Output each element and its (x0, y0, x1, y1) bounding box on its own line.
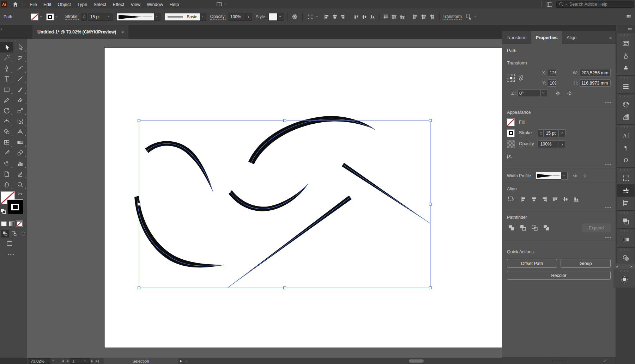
transform-more-options-icon[interactable] (605, 102, 611, 103)
tool-line-segment[interactable] (13, 74, 27, 84)
swap-fill-stroke-icon[interactable] (17, 191, 23, 197)
align-dist-hcenter-icon[interactable] (420, 13, 428, 21)
unlink-dimensions-icon[interactable] (518, 74, 525, 81)
align-v-bottom-icon[interactable] (369, 13, 377, 21)
draw-behind-icon[interactable] (10, 230, 18, 237)
align-dist-bottom-icon[interactable] (398, 13, 406, 21)
stroke-weight-label[interactable]: Stroke: (65, 14, 79, 20)
fill-swatch[interactable] (507, 118, 515, 126)
width-profile-preview[interactable] (536, 172, 561, 180)
align-v-middle-icon[interactable] (361, 13, 369, 21)
none-button[interactable] (17, 221, 22, 226)
status-expand-icon[interactable] (179, 359, 183, 363)
width-profile-dropdown[interactable] (561, 172, 568, 180)
first-artboard-icon[interactable] (60, 359, 65, 363)
opacity-more-button[interactable]: › (246, 13, 252, 21)
dock-grip[interactable] (617, 211, 635, 215)
stroke-weight-stepper[interactable] (538, 129, 544, 137)
last-artboard-icon[interactable] (95, 359, 99, 363)
panel-icon-align-bars[interactable] (617, 197, 635, 209)
style-dropdown[interactable] (278, 13, 284, 21)
toolbar-grip[interactable] (0, 39, 27, 42)
tool-paintbrush[interactable] (13, 84, 27, 95)
panel-icon-pathfinder-shapes[interactable] (617, 215, 635, 227)
width-profile-dropdown[interactable] (154, 13, 161, 21)
menu-select[interactable]: Select (90, 0, 109, 8)
canvas[interactable] (27, 39, 502, 358)
opacity-swatch[interactable] (507, 140, 515, 148)
flip-along-icon[interactable] (572, 173, 578, 179)
h-input[interactable]: 116,8973 mm (580, 79, 611, 87)
menu-effect[interactable]: Effect (109, 0, 127, 8)
select-similar-icon[interactable] (465, 13, 473, 21)
illustrator-logo-icon[interactable]: Ai (1, 1, 7, 7)
dock-grip[interactable] (617, 248, 635, 252)
panel-icon-opentype[interactable]: O (617, 154, 635, 166)
zoom-level-input[interactable]: 73,02% (29, 358, 50, 364)
collapse-panels-icon[interactable]: «« (628, 26, 631, 31)
dock-grip[interactable] (617, 168, 635, 172)
panel-icon-swatches[interactable] (617, 37, 635, 49)
stroke-link[interactable]: Stroke (519, 130, 532, 136)
tool-artboard[interactable] (0, 169, 13, 179)
stroke-proxy-active[interactable] (7, 199, 23, 214)
search-input[interactable]: Search Adobe Help (556, 1, 634, 8)
align-v-middle-icon[interactable] (561, 195, 570, 203)
next-artboard-icon[interactable] (90, 359, 94, 363)
align-h-left-icon[interactable] (519, 195, 527, 203)
fill-swatch-button[interactable] (31, 13, 44, 20)
flip-horizontal-icon[interactable] (555, 90, 561, 97)
control-bar-options-icon[interactable] (626, 14, 631, 20)
align-dist-left-icon[interactable] (412, 13, 420, 21)
tool-eraser[interactable] (13, 95, 27, 105)
opacity-input[interactable]: 100% (538, 140, 558, 148)
align-dist-vcenter-icon[interactable] (390, 13, 398, 21)
menu-edit[interactable]: Edit (40, 0, 54, 8)
panel-expand-icon[interactable]: » (605, 35, 616, 40)
screen-mode-icon[interactable] (6, 240, 13, 247)
reference-point-locator[interactable] (507, 74, 515, 82)
pathfinder-intersect-icon[interactable] (530, 224, 539, 232)
tool-lasso[interactable] (13, 53, 27, 63)
tool-scale[interactable] (13, 105, 27, 116)
tool-blend[interactable] (13, 148, 27, 158)
align-more-options-icon[interactable] (605, 207, 611, 208)
dock-grip[interactable] (617, 33, 635, 37)
tool-slice[interactable] (13, 169, 27, 179)
menu-help[interactable]: Help (166, 0, 182, 8)
stroke-weight-dropdown[interactable] (106, 13, 113, 21)
close-icon[interactable]: × (121, 29, 124, 35)
tab-properties[interactable]: Properties (531, 31, 562, 44)
dock-grip[interactable] (617, 76, 635, 80)
align-v-top-icon[interactable] (352, 13, 361, 21)
opacity-more-button[interactable]: › (558, 140, 566, 148)
arrange-documents-button[interactable] (216, 1, 228, 7)
zoom-dropdown-icon[interactable] (50, 359, 56, 363)
opacity-label[interactable]: Opacity: (210, 14, 226, 20)
dock-grip[interactable] (617, 229, 635, 233)
tab-transform[interactable]: Transform (502, 31, 531, 44)
rotation-input[interactable]: 0° (518, 90, 541, 97)
w-input[interactable]: 203,5256 mm (580, 69, 611, 76)
group-button[interactable]: Group (561, 259, 611, 268)
tool-mesh[interactable] (0, 137, 13, 148)
align-v-bottom-icon[interactable] (572, 195, 580, 203)
panel-icon-gradient-rect[interactable] (617, 233, 635, 246)
toolbar-more-icon[interactable] (8, 254, 14, 255)
tool-pencil[interactable] (0, 95, 13, 105)
draw-inside-icon[interactable] (19, 230, 28, 237)
flip-vertical-icon[interactable] (567, 90, 573, 97)
offset-path-button[interactable]: Offset Path (507, 259, 557, 268)
style-swatch[interactable] (268, 13, 278, 21)
tool-magic-wand[interactable] (0, 53, 13, 63)
recolor-button[interactable]: Recolor (507, 271, 611, 280)
tool-rotate[interactable] (0, 105, 13, 116)
align-h-right-icon[interactable] (540, 195, 549, 203)
panel-icon-brushes[interactable] (617, 49, 635, 62)
y-input[interactable]: 109,2293 mm (548, 79, 556, 87)
gradient-button[interactable] (9, 221, 14, 226)
tool-curvature[interactable] (13, 63, 27, 74)
panel-icon-color[interactable] (617, 98, 635, 111)
recolor-artwork-icon[interactable] (291, 13, 299, 21)
previous-artboard-icon[interactable] (66, 359, 69, 363)
